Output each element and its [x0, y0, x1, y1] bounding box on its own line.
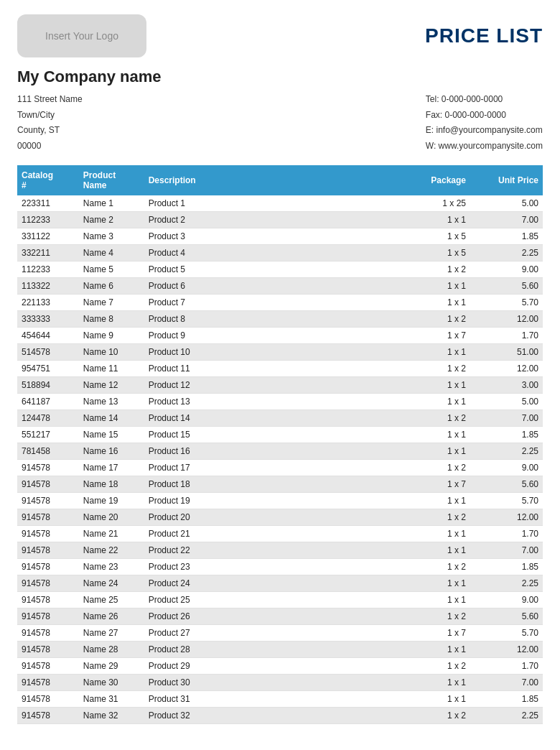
table-row: 514578Name 10Product 101 x 151.00: [17, 344, 543, 361]
tel: Tel: 0-000-000-0000: [426, 92, 543, 108]
address-block: 111 Street Name Town/City County, ST 000…: [17, 92, 83, 154]
cell-name: Name 16: [79, 443, 144, 460]
cell-catalog: 112233: [17, 212, 79, 228]
cell-name: Name 7: [79, 295, 144, 311]
cell-package: 1 x 1: [398, 427, 470, 443]
cell-description: Product 20: [144, 509, 398, 526]
cell-name: Name 13: [79, 394, 144, 410]
cell-package: 1 x 1: [398, 542, 470, 559]
cell-price: 5.70: [470, 295, 543, 311]
price-list-table: Catalog# Product Name Description Packag…: [17, 165, 543, 724]
cell-catalog: 914578: [17, 542, 79, 559]
table-row: 641187Name 13Product 131 x 15.00: [17, 394, 543, 410]
cell-price: 1.85: [470, 691, 543, 708]
header-product-name: Product Name: [79, 165, 144, 195]
page-title: PRICE LIST: [425, 24, 543, 47]
cell-name: Name 20: [79, 509, 144, 526]
cell-package: 1 x 1: [398, 212, 470, 228]
cell-package: 1 x 1: [398, 278, 470, 295]
cell-description: Product 11: [144, 361, 398, 377]
table-row: 113322Name 6Product 61 x 15.60: [17, 278, 543, 295]
cell-name: Name 29: [79, 658, 144, 675]
cell-description: Product 3: [144, 228, 398, 245]
cell-description: Product 24: [144, 575, 398, 592]
table-row: 914578Name 27Product 271 x 75.70: [17, 625, 543, 642]
table-row: 914578Name 30Product 301 x 17.00: [17, 675, 543, 691]
cell-price: 5.60: [470, 476, 543, 493]
cell-description: Product 4: [144, 245, 398, 261]
table-row: 914578Name 20Product 201 x 212.00: [17, 509, 543, 526]
page-header: Insert Your Logo PRICE LIST: [17, 14, 543, 57]
cell-description: Product 1: [144, 195, 398, 212]
cell-name: Name 8: [79, 311, 144, 328]
cell-catalog: 914578: [17, 625, 79, 642]
cell-package: 1 x 1: [398, 691, 470, 708]
cell-price: 9.00: [470, 460, 543, 476]
cell-description: Product 5: [144, 261, 398, 278]
cell-name: Name 2: [79, 212, 144, 228]
logo-placeholder[interactable]: Insert Your Logo: [17, 14, 146, 57]
cell-package: 1 x 2: [398, 261, 470, 278]
cell-description: Product 6: [144, 278, 398, 295]
fax: Fax: 0-000-000-0000: [426, 108, 543, 124]
cell-price: 1.70: [470, 526, 543, 542]
cell-package: 1 x 25: [398, 195, 470, 212]
cell-catalog: 333333: [17, 311, 79, 328]
cell-catalog: 914578: [17, 658, 79, 675]
table-row: 914578Name 26Product 261 x 25.60: [17, 608, 543, 625]
cell-catalog: 914578: [17, 691, 79, 708]
cell-description: Product 19: [144, 493, 398, 509]
cell-name: Name 18: [79, 476, 144, 493]
table-row: 954751Name 11Product 111 x 212.00: [17, 361, 543, 377]
cell-catalog: 124478: [17, 410, 79, 427]
cell-catalog: 221133: [17, 295, 79, 311]
cell-name: Name 25: [79, 592, 144, 608]
cell-catalog: 332211: [17, 245, 79, 261]
table-row: 223311Name 1Product 11 x 255.00: [17, 195, 543, 212]
cell-package: 1 x 1: [398, 592, 470, 608]
cell-description: Product 21: [144, 526, 398, 542]
cell-price: 7.00: [470, 410, 543, 427]
cell-description: Product 8: [144, 311, 398, 328]
table-row: 914578Name 19Product 191 x 15.70: [17, 493, 543, 509]
cell-catalog: 781458: [17, 443, 79, 460]
address-line1: 111 Street Name: [17, 92, 83, 108]
cell-price: 9.00: [470, 261, 543, 278]
table-row: 914578Name 29Product 291 x 21.70: [17, 658, 543, 675]
cell-price: 1.70: [470, 328, 543, 344]
table-row: 914578Name 24Product 241 x 12.25: [17, 575, 543, 592]
table-row: 914578Name 22Product 221 x 17.00: [17, 542, 543, 559]
cell-description: Product 31: [144, 691, 398, 708]
table-row: 112233Name 2Product 21 x 17.00: [17, 212, 543, 228]
cell-price: 2.25: [470, 708, 543, 724]
cell-catalog: 331122: [17, 228, 79, 245]
cell-name: Name 3: [79, 228, 144, 245]
cell-description: Product 13: [144, 394, 398, 410]
cell-package: 1 x 2: [398, 361, 470, 377]
table-row: 332211Name 4Product 41 x 52.25: [17, 245, 543, 261]
cell-price: 7.00: [470, 675, 543, 691]
cell-description: Product 26: [144, 608, 398, 625]
cell-catalog: 914578: [17, 460, 79, 476]
cell-description: Product 7: [144, 295, 398, 311]
cell-description: Product 12: [144, 377, 398, 394]
cell-package: 1 x 2: [398, 509, 470, 526]
cell-name: Name 17: [79, 460, 144, 476]
cell-name: Name 21: [79, 526, 144, 542]
cell-price: 12.00: [470, 642, 543, 658]
cell-price: 2.25: [470, 245, 543, 261]
cell-price: 1.85: [470, 559, 543, 575]
cell-price: 5.70: [470, 493, 543, 509]
cell-description: Product 16: [144, 443, 398, 460]
cell-price: 5.70: [470, 625, 543, 642]
table-row: 124478Name 14Product 141 x 27.00: [17, 410, 543, 427]
cell-catalog: 914578: [17, 559, 79, 575]
header-description: Description: [144, 165, 398, 195]
table-row: 221133Name 7Product 71 x 15.70: [17, 295, 543, 311]
cell-price: 12.00: [470, 311, 543, 328]
cell-name: Name 27: [79, 625, 144, 642]
table-row: 551217Name 15Product 151 x 11.85: [17, 427, 543, 443]
cell-package: 1 x 2: [398, 559, 470, 575]
cell-catalog: 112233: [17, 261, 79, 278]
cell-catalog: 518894: [17, 377, 79, 394]
